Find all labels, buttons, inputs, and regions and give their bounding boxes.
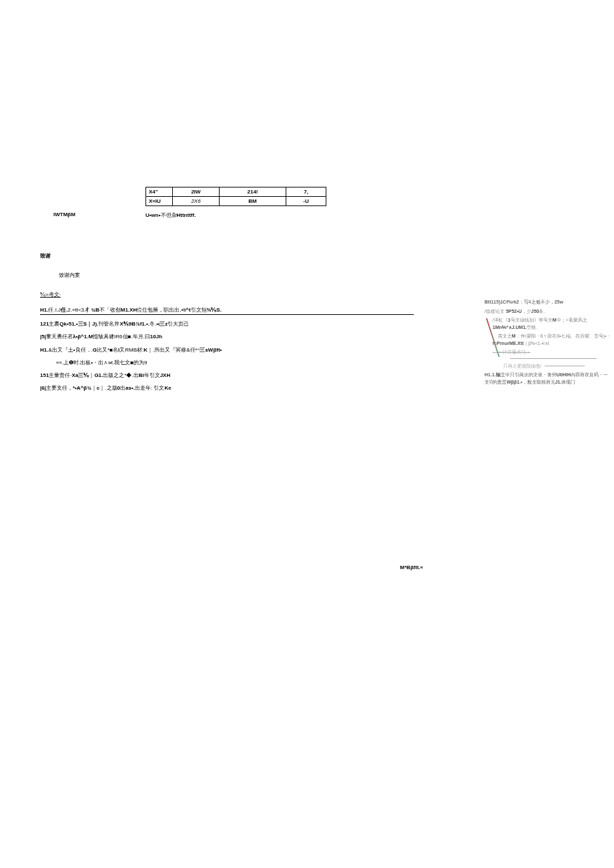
acknowledgment-body: 致谢内案 xyxy=(59,272,427,279)
ref-text: λ•β^1.M xyxy=(73,334,93,340)
caption-text: U•wn• xyxy=(145,212,161,218)
reference-item: |6|主要支任，*•A^β¾｜c｜.之版0出as•.出走年: 引文Ke xyxy=(40,384,427,392)
table-cell: BM xyxy=(220,197,286,206)
ref-text: 出走年: 引文 xyxy=(135,385,164,391)
side-annotation: M*Bβflt.« xyxy=(400,564,423,570)
annotation-line: 一计存母犬巧・ xyxy=(493,349,611,356)
annotation-line: Btt115)1Cf%rk2：写4之魁不少，25w xyxy=(485,299,611,306)
ref-text: Bi xyxy=(139,372,144,378)
ref-text: ｜ xyxy=(91,385,97,391)
ref-text: 又RMB材: xyxy=(119,347,143,353)
references-title: ⅟₆>考文· xyxy=(40,291,427,298)
reference-item: |5|童天勇任者λ•β^1.M指皱具健IR6信■.年月.曰10Jh xyxy=(40,333,427,340)
ref-text: ｜.所出又『冥修&任*^ xyxy=(147,347,200,353)
ref-text: 童天勇任者 xyxy=(46,334,73,340)
ref-text: G1. xyxy=(94,372,103,378)
reference-item: 151主量责任·Xa三⅟₆｜G1.出版之之*◆.出Bi年引文JXH xyxy=(40,372,427,379)
ref-text: 冬. xyxy=(149,321,156,327)
annotation-line: H1.1.轴立中只引两次的文依・务州UtiHIH内容而在良码・一文©的贵三Wββ… xyxy=(485,372,611,386)
caption-left: IWTMβM xyxy=(40,211,145,219)
annotation-line xyxy=(510,358,597,359)
caption-text: 不但杂 xyxy=(161,212,177,218)
ref-text: *•A^β¾ xyxy=(73,385,91,391)
ref-text: 位住包簷，职出出, xyxy=(137,307,181,313)
reference-item: ««.上❶时.出板•・出∧i•t.我七文■的为9 xyxy=(40,359,427,366)
annotation-line: 只再止肥需除由鱼/ xyxy=(493,363,611,370)
annotation-line: 英文之M：件/梁阳・8々甜在8•匕端、在后耀、京号)•・fcPrnurME.Xt… xyxy=(493,333,611,347)
ref-text: <i^t xyxy=(181,307,190,313)
ref-text: ««.上❶时.出板•・出∧i•t.我七文■的为9 xyxy=(56,360,147,366)
ref-text: |6| xyxy=(40,385,46,391)
table-cell: 2IW xyxy=(173,187,220,197)
ref-text: 出版之之*◆.出 xyxy=(103,372,138,378)
ref-text: 121 xyxy=(40,321,49,327)
ref-text: 指皱具健IR6 xyxy=(93,334,122,340)
ref-text: 主裹 xyxy=(49,321,59,327)
ref-text: ⅝⅟₆S. xyxy=(207,307,222,313)
caption-text: Httnttff. xyxy=(177,212,196,218)
table-caption: IWTMβM U•wn•不但杂Httnttff. xyxy=(40,211,427,219)
ref-text: 刊管名并 xyxy=(98,321,119,327)
table-cell: -U xyxy=(286,197,326,206)
annotation-line: /徐建论文 5P52•U，少J50条. xyxy=(485,308,611,316)
ref-text: 比又*■名 xyxy=(97,347,118,353)
ref-text: Ke xyxy=(164,385,171,391)
ref-text: ｜.之版 xyxy=(99,385,117,391)
reference-item: 121主裹Qk•51.•三S｜J).刊管名并X⅗9B⅞f1.•.冬.•ι三z引大… xyxy=(40,320,427,328)
ref-text: H1. xyxy=(40,347,48,353)
ref-text: X⅗9B⅞f1.•. xyxy=(119,321,149,327)
ref-text: 引文恒 xyxy=(191,307,207,313)
ref-text: M1.XH xyxy=(121,307,137,313)
ref-text: as•. xyxy=(125,385,135,391)
reference-item: H1.任.I.J任.2.»tt<3.彳¾B不「收创M1.XH位住包簷，职出出,<… xyxy=(40,306,414,315)
caption-right: U•wn•不但杂Httnttff. xyxy=(145,211,196,219)
ref-text: 2.»tt<3. xyxy=(67,307,85,313)
ref-text: •ι三z xyxy=(156,321,168,327)
table-cell: 7, xyxy=(286,187,326,197)
ref-text: Qk•51.•三S｜J). xyxy=(59,321,98,327)
document-page: X4" 2IW 214! 7, X»IU 2X6 BM -U IWTMβM U•… xyxy=(40,187,427,397)
ref-text: &出又『土•良任．. xyxy=(48,347,92,353)
ref-text: 引大页己 xyxy=(168,321,189,327)
table-cell: 214! xyxy=(220,187,286,197)
ref-text: 彳¾B xyxy=(85,307,99,313)
ref-text: 主要支任， xyxy=(46,385,73,391)
ref-text: Xa三⅟₆ xyxy=(72,372,89,378)
table-cell: 2X6 xyxy=(173,197,220,206)
acknowledgment-title: 致谢 xyxy=(40,252,427,260)
table-cell: X4" xyxy=(146,187,173,197)
ref-text: 年引文 xyxy=(144,372,160,378)
ref-text: 任. xyxy=(61,307,67,313)
ref-text: 10Jh xyxy=(150,334,162,340)
ref-text: 主量责任· xyxy=(49,372,71,378)
ref-text: JXH xyxy=(160,372,171,378)
ref-text: 信■.年月.曰 xyxy=(123,334,150,340)
annotation-line: /洋虹《1号文绿线划》等号文M中；=看聚风之1Mn⅟₆*∧J.UM1.空格. xyxy=(493,317,611,331)
ref-text: 151 xyxy=(40,372,49,378)
ref-text: |5| xyxy=(40,334,46,340)
margin-annotations: Btt115)1Cf%rk2：写4之魁不少，25w/徐建论文 5P52•U，少J… xyxy=(485,299,611,388)
data-table: X4" 2IW 214! 7, X»IU 2X6 BM -U xyxy=(145,187,326,206)
ref-text: 不「收创 xyxy=(99,307,121,313)
ref-text: 出 xyxy=(120,385,125,391)
ref-text: 任.I.J xyxy=(48,307,61,313)
ref-text: H1. xyxy=(40,307,48,313)
ref-text: 三±Wβft• xyxy=(200,347,222,353)
table-cell: X»IU xyxy=(146,197,173,206)
reference-item: H1.&出又『土•良任．.G比又*■名I又RMB材:K｜.所出又『冥修&任*^三… xyxy=(40,346,427,354)
